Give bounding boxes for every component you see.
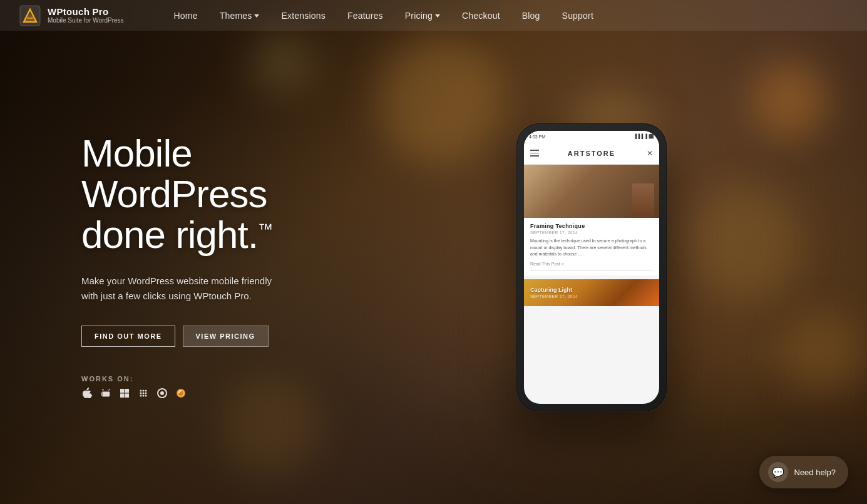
chevron-down-icon-pricing	[435, 14, 440, 18]
blackberry-icon	[138, 388, 149, 402]
nav-item-support[interactable]: Support	[562, 10, 593, 21]
svg-point-15	[143, 395, 145, 397]
svg-point-10	[145, 390, 147, 392]
article-1-body: Framing Technique SEPTEMBER 17, 2014 Mou…	[524, 218, 659, 275]
nav-item-extensions[interactable]: Extensions	[281, 10, 325, 21]
brand-tagline: Mobile Suite for WordPress	[48, 17, 124, 24]
article-1-title: Framing Technique	[530, 223, 653, 229]
platform-icons	[81, 388, 272, 402]
phone-article-1: Framing Technique SEPTEMBER 17, 2014 Mou…	[524, 165, 659, 275]
nav-link-home[interactable]: Home	[174, 11, 198, 21]
svg-point-11	[140, 393, 142, 394]
phone-article-2: Capturing Light SEPTEMBER 17, 2014	[524, 279, 659, 306]
view-pricing-button[interactable]: VIEW PRICING	[183, 326, 269, 347]
hero-description: Make your WordPress website mobile frien…	[81, 274, 272, 304]
nav-link-features[interactable]: Features	[347, 11, 383, 21]
nav-item-features[interactable]: Features	[347, 10, 383, 21]
hero-buttons: FIND OUT MORE VIEW PRICING	[81, 326, 272, 347]
nav-item-pricing[interactable]: Pricing	[405, 11, 440, 21]
logo-icon	[19, 4, 41, 27]
windows-icon	[119, 388, 130, 402]
chat-widget[interactable]: 💬 Need help?	[759, 456, 849, 488]
nav-item-checkout[interactable]: Checkout	[462, 10, 500, 21]
svg-point-16	[145, 395, 147, 397]
logo-text: WPtouch Pro Mobile Suite for WordPress	[48, 7, 124, 24]
svg-rect-5	[125, 389, 130, 393]
article-1-photo	[632, 183, 654, 218]
nav-link-checkout[interactable]: Checkout	[462, 11, 500, 21]
phone-wrapper: 4:03 PM ▐▐▐ ▐ ⬛ ARTSTORE ✕	[516, 123, 667, 411]
article-1-image	[524, 165, 659, 218]
phone-search-icon: ✕	[647, 149, 653, 158]
ubuntu-icon	[156, 388, 168, 402]
phone-status-bar: 4:03 PM ▐▐▐ ▐ ⬛	[524, 131, 659, 142]
nav-link-extensions[interactable]: Extensions	[281, 11, 325, 21]
svg-rect-4	[120, 389, 125, 393]
article-2-date: SEPTEMBER 17, 2014	[530, 294, 653, 299]
svg-point-18	[160, 391, 164, 395]
chevron-down-icon	[254, 14, 259, 18]
hamburger-menu-icon	[530, 150, 539, 157]
svg-point-13	[145, 393, 147, 394]
nav-item-home[interactable]: Home	[174, 10, 198, 21]
article-1-excerpt: Mounting is the technique used to secure…	[530, 238, 653, 258]
works-on: WORKS ON:	[81, 375, 272, 402]
logo[interactable]: WPtouch Pro Mobile Suite for WordPress	[19, 4, 124, 27]
firefox-icon	[175, 388, 187, 402]
svg-rect-7	[125, 394, 130, 398]
nav-item-blog[interactable]: Blog	[522, 10, 540, 21]
nav-link-themes[interactable]: Themes	[220, 11, 260, 21]
nav-links: Home Themes Extensions Features Pricing …	[174, 10, 594, 21]
article-2-title: Capturing Light	[530, 287, 653, 293]
phone-time: 4:03 PM	[529, 135, 545, 139]
svg-point-14	[140, 395, 142, 397]
phone-mockup-container: 4:03 PM ▐▐▐ ▐ ⬛ ARTSTORE ✕	[516, 31, 667, 504]
phone-signal: ▐▐▐ ▐ ⬛	[634, 134, 654, 139]
nav-link-support[interactable]: Support	[562, 11, 593, 21]
article-1-date: SEPTEMBER 17, 2014	[530, 230, 653, 235]
phone-screen: 4:03 PM ▐▐▐ ▐ ⬛ ARTSTORE ✕	[524, 131, 659, 404]
hero-headline: Mobile WordPress done right.™	[81, 133, 272, 255]
works-on-label: WORKS ON:	[81, 375, 272, 383]
hero-text-block: Mobile WordPress done right.™ Make your …	[81, 133, 272, 402]
chat-icon: 💬	[768, 462, 788, 482]
svg-point-12	[143, 393, 145, 394]
chat-label: Need help?	[794, 468, 836, 477]
svg-point-9	[143, 390, 145, 392]
svg-rect-6	[120, 394, 125, 398]
nav-link-pricing[interactable]: Pricing	[405, 11, 440, 21]
brand-name: WPtouch Pro	[48, 7, 124, 18]
navbar: WPtouch Pro Mobile Suite for WordPress H…	[0, 0, 867, 31]
nav-item-themes[interactable]: Themes	[220, 11, 260, 21]
find-out-more-button[interactable]: FIND OUT MORE	[81, 326, 175, 347]
phone-device: 4:03 PM ▐▐▐ ▐ ⬛ ARTSTORE ✕	[516, 123, 667, 411]
hero-section: Mobile WordPress done right.™ Make your …	[0, 31, 867, 504]
android-icon	[100, 388, 111, 402]
phone-app-title: ARTSTORE	[568, 150, 615, 157]
phone-app-header: ARTSTORE ✕	[524, 142, 659, 165]
article-1-read-more: Read This Post »	[530, 262, 653, 270]
apple-icon	[81, 388, 93, 402]
nav-link-blog[interactable]: Blog	[522, 11, 540, 21]
svg-point-8	[140, 390, 142, 392]
